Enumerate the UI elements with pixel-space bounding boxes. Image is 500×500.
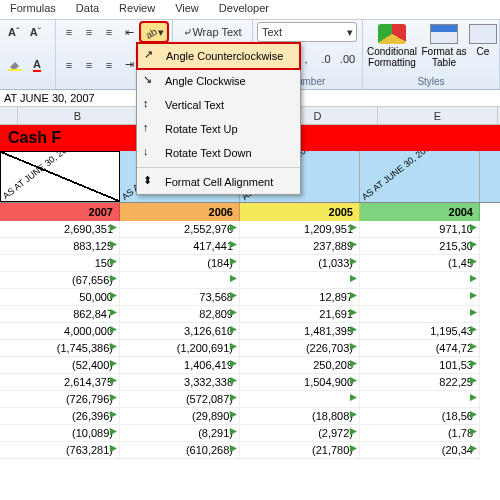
cell-styles-button[interactable]: Ce [471, 22, 495, 70]
table-icon [430, 24, 458, 44]
menu-format-alignment[interactable]: ⬍Format Cell Alignment [137, 170, 300, 194]
svg-text:ab: ab [144, 26, 158, 39]
data-cell[interactable]: 1,195,43 [360, 323, 480, 340]
year-2006[interactable]: 2006 [120, 203, 240, 221]
data-cell[interactable]: (26,396) [0, 408, 120, 425]
year-2005[interactable]: 2005 [240, 203, 360, 221]
data-cell[interactable]: 50,000 [0, 289, 120, 306]
data-cell[interactable]: 1,406,419 [120, 357, 240, 374]
table-row: (10,089)(8,291)(2,972)(1,78 [0, 425, 500, 442]
increase-font-size[interactable]: Aˆ [4, 22, 24, 42]
data-cell[interactable]: (1,200,691) [120, 340, 240, 357]
align-center[interactable]: ≡ [80, 55, 98, 75]
data-cell[interactable] [240, 391, 360, 408]
tab-formulas[interactable]: Formulas [0, 0, 66, 19]
align-right[interactable]: ≡ [100, 55, 118, 75]
data-cell[interactable]: 150 [0, 255, 120, 272]
data-cell[interactable]: 822,25 [360, 374, 480, 391]
angled-header-2007[interactable]: AS AT JUNE 30, 2007 [0, 151, 120, 202]
tab-developer[interactable]: Developer [209, 0, 279, 19]
number-format-select[interactable]: Text▾ [257, 22, 357, 42]
increase-decimal[interactable]: .0 [317, 49, 335, 69]
data-cell[interactable]: 21,691 [240, 306, 360, 323]
data-cell[interactable]: 3,126,610 [120, 323, 240, 340]
font-color[interactable]: A [28, 55, 46, 75]
fill-color[interactable] [4, 55, 26, 75]
wrap-text-button[interactable]: ⤶ Wrap Text [177, 22, 248, 42]
data-cell[interactable]: (67,656) [0, 272, 120, 289]
table-row: (67,656) [0, 272, 500, 289]
data-cell[interactable]: (474,72 [360, 340, 480, 357]
col-header-e[interactable]: E [378, 107, 498, 124]
data-cell[interactable]: (2,972) [240, 425, 360, 442]
menu-rotate-down[interactable]: ↓Rotate Text Down [137, 141, 300, 165]
data-cell[interactable]: 250,208 [240, 357, 360, 374]
col-header-b[interactable]: B [18, 107, 138, 124]
data-cell[interactable]: 4,000,000 [0, 323, 120, 340]
data-cell[interactable]: 101,53 [360, 357, 480, 374]
data-cell[interactable]: (184) [120, 255, 240, 272]
angled-header-2004[interactable]: AS AT JUNE 30, 2004 [360, 151, 480, 202]
data-cell[interactable] [120, 272, 240, 289]
conditional-formatting-button[interactable]: Conditional Formatting [367, 22, 417, 70]
data-cell[interactable]: 1,209,951 [240, 221, 360, 238]
data-cell[interactable] [360, 391, 480, 408]
year-2007[interactable]: 2007 [0, 203, 120, 221]
data-cell[interactable]: (8,291) [120, 425, 240, 442]
data-cell[interactable]: (52,400) [0, 357, 120, 374]
orientation-button[interactable]: ab▾ [140, 22, 168, 42]
tab-data[interactable]: Data [66, 0, 109, 19]
indent-decrease[interactable]: ⇤ [120, 22, 138, 42]
data-cell[interactable]: (1,033) [240, 255, 360, 272]
data-cell[interactable]: 971,10 [360, 221, 480, 238]
data-cell[interactable]: (1,78 [360, 425, 480, 442]
data-cell[interactable]: 73,568 [120, 289, 240, 306]
menu-vertical[interactable]: ↕Vertical Text [137, 93, 300, 117]
angle-ccw-icon: ↗ [144, 48, 160, 64]
year-2004[interactable]: 2004 [360, 203, 480, 221]
decrease-font-size[interactable]: Aˇ [26, 22, 46, 42]
align-left[interactable]: ≡ [60, 55, 78, 75]
data-cell[interactable]: 215,30 [360, 238, 480, 255]
data-cell[interactable]: 1,504,900 [240, 374, 360, 391]
data-cell[interactable]: (763,281) [0, 442, 120, 459]
data-cell[interactable]: (10,089) [0, 425, 120, 442]
decrease-decimal[interactable]: .00 [337, 49, 358, 69]
menu-angle-ccw[interactable]: ↗Angle Counterclockwise [137, 43, 300, 69]
data-cell[interactable] [240, 272, 360, 289]
data-cell[interactable]: (18,808) [240, 408, 360, 425]
data-grid: 2,690,3512,552,9761,209,951971,10883,125… [0, 221, 500, 459]
tab-review[interactable]: Review [109, 0, 165, 19]
align-middle[interactable]: ≡ [80, 22, 98, 42]
data-cell[interactable]: 2,552,976 [120, 221, 240, 238]
data-cell[interactable]: 3,332,338 [120, 374, 240, 391]
data-cell[interactable]: (610,268) [120, 442, 240, 459]
data-cell[interactable]: (29,890) [120, 408, 240, 425]
data-cell[interactable]: (726,796) [0, 391, 120, 408]
data-cell[interactable]: (21,780) [240, 442, 360, 459]
data-cell[interactable]: 82,809 [120, 306, 240, 323]
data-cell[interactable]: 883,125 [0, 238, 120, 255]
data-cell[interactable]: 2,614,375 [0, 374, 120, 391]
menu-rotate-up[interactable]: ↑Rotate Text Up [137, 117, 300, 141]
data-cell[interactable]: (226,703) [240, 340, 360, 357]
tab-view[interactable]: View [165, 0, 209, 19]
format-as-table-button[interactable]: Format as Table [419, 22, 469, 70]
data-cell[interactable]: 237,889 [240, 238, 360, 255]
data-cell[interactable]: 1,481,395 [240, 323, 360, 340]
data-cell[interactable]: (20,34 [360, 442, 480, 459]
data-cell[interactable]: 417,441 [120, 238, 240, 255]
data-cell[interactable] [360, 289, 480, 306]
data-cell[interactable]: 2,690,351 [0, 221, 120, 238]
data-cell[interactable] [360, 306, 480, 323]
data-cell[interactable]: 12,897 [240, 289, 360, 306]
menu-angle-cw[interactable]: ↘Angle Clockwise [137, 69, 300, 93]
data-cell[interactable]: (18,56 [360, 408, 480, 425]
data-cell[interactable]: (572,087) [120, 391, 240, 408]
data-cell[interactable]: (1,745,386) [0, 340, 120, 357]
data-cell[interactable] [360, 272, 480, 289]
align-bottom[interactable]: ≡ [100, 22, 118, 42]
data-cell[interactable]: 862,847 [0, 306, 120, 323]
data-cell[interactable]: (1,45 [360, 255, 480, 272]
align-top[interactable]: ≡ [60, 22, 78, 42]
